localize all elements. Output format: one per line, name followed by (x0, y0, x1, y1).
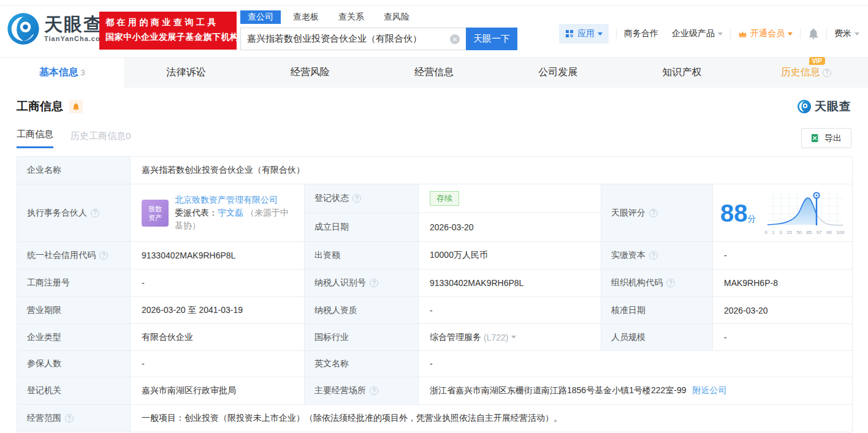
help-icon[interactable]: ? (823, 69, 831, 77)
label-text: 组织机构代码 (611, 277, 663, 288)
menu-divider (826, 29, 827, 39)
username: 费米 (834, 28, 851, 39)
rep-name-link[interactable]: 宇文磊 (218, 208, 243, 217)
label-text: 纳税人识别号 (314, 277, 366, 288)
approval-date-value: 2026-03-20 (713, 297, 853, 324)
banner-line1: 都在用的商业查询工具 (105, 17, 230, 28)
cooperation-menu[interactable]: 商务合作 (624, 28, 658, 39)
logo-title: 天眼查 (44, 15, 107, 34)
site-logo[interactable]: 天眼查 TianYanCha.com (6, 12, 107, 46)
tab-label: 经营信息 (414, 66, 454, 79)
field-label: 登记状态 ? (305, 184, 419, 213)
tianyancha-logo-icon (797, 99, 812, 114)
field-label: 组织机构代码 ? (601, 269, 713, 297)
help-icon[interactable]: ? (649, 209, 658, 217)
business-address-cell: 浙江省嘉兴市南湖区东栅街道南江路1856号基金小镇1号楼222室-99 附近公司 (419, 377, 853, 405)
enterprise-label: 企业级产品 (672, 28, 715, 39)
header: 天眼查 TianYanCha.com 都在用的商业查询工具 国家中小企业发展子基… (0, 6, 868, 57)
business-scope-value: 一般项目：创业投资（限投资未上市企业）（除依法须经批准的项目外，凭营业执照依法自… (131, 405, 853, 432)
search-area: 查公司 查老板 查关系 查风险 ✕ 天眼一下 (240, 10, 517, 50)
chevron-down-icon (788, 32, 793, 36)
export-button[interactable]: 导出 (801, 128, 851, 148)
help-icon[interactable]: ? (370, 386, 378, 395)
vip-upgrade-menu[interactable]: 开通会员 (738, 28, 793, 39)
field-label: 营业期限 (17, 297, 131, 324)
field-label: 人员规模 (601, 324, 713, 351)
watermark-text: 天眼查 (815, 99, 851, 115)
tab-history-info[interactable]: 历史信息 VIP ? (744, 58, 868, 88)
monitor-bell-button[interactable] (69, 100, 83, 113)
help-icon[interactable]: ? (649, 251, 658, 260)
tab-operation-info[interactable]: 经营信息 (372, 58, 496, 88)
menu-divider (730, 29, 731, 39)
field-label: 核准日期 (601, 297, 713, 324)
help-icon[interactable]: ? (666, 279, 675, 287)
search-button[interactable]: 天眼一下 (466, 28, 517, 50)
org-code-value: MAK9RH6P-8 (713, 269, 853, 297)
nearby-companies-link[interactable]: 附近公司 (693, 385, 727, 396)
tab-legal-proceedings[interactable]: 法律诉讼 (124, 58, 248, 88)
tab-operation-risk[interactable]: 经营风险 (248, 58, 372, 88)
tab-intellectual-property[interactable]: 知识产权 (620, 58, 744, 88)
enterprise-product-menu[interactable]: 企业级产品 (672, 28, 723, 39)
help-icon[interactable]: ? (99, 251, 108, 260)
chevron-down-icon[interactable] (511, 336, 516, 339)
field-label: 国标行业 (305, 324, 419, 351)
field-label: 执行事务合伙人 ? (17, 184, 131, 242)
company-type-value: 有限合伙企业 (131, 324, 305, 351)
field-label: 英文名称 (305, 351, 419, 377)
taxpayer-id-value: 91330402MAK9RH6P8L (419, 269, 601, 297)
search-tab-relation[interactable]: 查关系 (331, 10, 371, 24)
watermark-logo: 天眼查 (797, 99, 851, 115)
help-icon[interactable]: ? (91, 209, 99, 217)
label-text: 实缴资本 (611, 250, 645, 261)
tab-label: 经营风险 (291, 66, 330, 79)
vip-badge: VIP (809, 57, 825, 65)
partner-logo-text: 致数 (148, 205, 162, 213)
business-address-value: 浙江省嘉兴市南湖区东栅街道南江路1856号基金小镇1号楼222室-99 (430, 385, 687, 396)
credit-code-value: 91330402MAK9RH6P8L (131, 242, 305, 269)
notification-bell-icon[interactable] (808, 28, 819, 40)
field-label: 纳税人识别号 ? (305, 269, 419, 297)
field-label: 纳税人资质 (305, 297, 419, 324)
clear-search-icon[interactable]: ✕ (450, 34, 460, 44)
export-label: 导出 (824, 133, 842, 144)
status-badge: 存续 (430, 191, 459, 206)
crown-icon (738, 30, 747, 38)
label-text: 统一社会信用代码 (27, 250, 96, 261)
english-name-value: - (419, 351, 853, 377)
search-tab-company[interactable]: 查公司 (240, 10, 281, 24)
score-distribution-chart: 0131550859799100 (765, 191, 845, 235)
field-label: 企业名称 (17, 157, 131, 184)
chart-axis-labels: 0131550859799100 (765, 230, 845, 235)
chevron-down-icon (718, 32, 723, 36)
tab-label: 基本信息 (39, 66, 78, 79)
score-unit: 分 (748, 214, 756, 225)
insured-count-value: - (131, 351, 305, 377)
logo-domain: TianYanCha.com (44, 35, 107, 42)
capital-value: 10000万人民币 (419, 242, 601, 269)
apps-menu[interactable]: 应用 (559, 24, 609, 43)
tab-basic-info[interactable]: 基本信息 3 (0, 58, 124, 88)
subtab-history-business-info[interactable]: 历史工商信息0 (70, 130, 131, 148)
tab-label: 法律诉讼 (166, 66, 205, 79)
user-menu[interactable]: 费米 (834, 28, 859, 39)
tianyancha-logo-icon (6, 12, 40, 46)
reg-status-cell: 存续 (419, 184, 601, 213)
partner-logo[interactable]: 致数 资产 (142, 200, 169, 227)
reg-number-value: - (131, 269, 305, 297)
field-label: 天眼评分 ? (601, 184, 713, 242)
search-tab-boss[interactable]: 查老板 (286, 10, 326, 24)
help-icon[interactable]: ? (352, 194, 361, 203)
field-label: 出资额 (305, 242, 419, 269)
search-tab-risk[interactable]: 查风险 (376, 10, 417, 24)
field-label: 成立日期 (305, 213, 419, 242)
help-icon[interactable]: ? (65, 414, 74, 423)
search-input[interactable] (241, 28, 466, 50)
label-text: 经营范围 (27, 413, 61, 424)
partner-company-link[interactable]: 北京致数资产管理有限公司 (175, 195, 278, 205)
establish-date-value: 2026-03-20 (419, 213, 601, 242)
subtab-business-info[interactable]: 工商信息 (17, 129, 53, 148)
help-icon[interactable]: ? (370, 279, 378, 287)
tab-company-development[interactable]: 公司发展 (496, 58, 620, 88)
